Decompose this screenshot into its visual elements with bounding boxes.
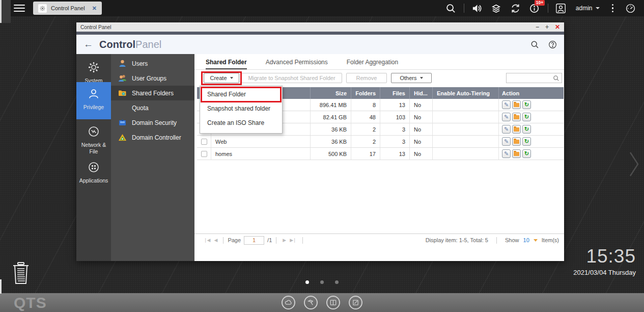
sidebar-item-quota[interactable]: Quota (111, 100, 194, 115)
table-search-input[interactable] (507, 74, 553, 82)
col-hidden[interactable]: Hid... (410, 87, 433, 99)
search-icon[interactable] (441, 3, 461, 14)
desktop: Control Panel ✕ 10+ (0, 0, 644, 312)
show-count-value[interactable]: 10 (523, 237, 529, 243)
col-folders[interactable]: Folders (351, 87, 380, 99)
sidebar-item-user-groups[interactable]: User Groups (111, 71, 194, 86)
sidebar-item-label: Domain Controller (132, 134, 181, 141)
row-checkbox[interactable] (201, 139, 207, 145)
col-size[interactable]: Size (311, 87, 351, 99)
menu-item-create-iso-share[interactable]: Create an ISO Share (200, 116, 282, 130)
manual-icon[interactable] (326, 296, 340, 309)
next-page-icon[interactable]: ▶ (283, 238, 286, 243)
topbar-divider (464, 4, 464, 13)
submenu: Users User Groups < Shared Folders Quota… (111, 54, 194, 261)
domain-controller-icon (118, 133, 127, 142)
prev-page-icon[interactable]: ◀ (214, 238, 217, 243)
tab-shared-folder[interactable]: Shared Folder (206, 59, 247, 69)
refresh-icon[interactable]: ↻ (522, 125, 531, 134)
back-button[interactable]: ← (83, 39, 93, 50)
volume-icon[interactable] (467, 3, 487, 14)
window-titlebar[interactable]: Control Panel − + ✕ (76, 22, 564, 32)
edit-permissions-icon[interactable] (512, 149, 521, 158)
main-menu-icon[interactable] (14, 3, 25, 14)
menu-item-shared-folder[interactable]: Shared Folder (200, 87, 282, 101)
edit-permissions-icon[interactable] (512, 113, 521, 121)
window-header: ← ControlPanel (76, 35, 564, 54)
control-panel-tab[interactable]: Control Panel ✕ (33, 2, 102, 15)
more-options-icon[interactable] (612, 4, 614, 13)
last-page-icon[interactable]: ▶❘ (290, 238, 296, 243)
edit-permissions-icon[interactable] (512, 137, 521, 146)
user-avatar-icon[interactable] (551, 3, 571, 14)
sidebar-item-users[interactable]: Users (111, 56, 194, 71)
chevron-down-icon[interactable] (534, 239, 538, 242)
others-button[interactable]: Others (391, 73, 432, 83)
page-dot[interactable] (335, 280, 339, 284)
myqnapcloud-icon[interactable] (282, 296, 295, 309)
category-network-file[interactable]: Network & File (76, 123, 111, 159)
minimize-icon[interactable]: − (536, 24, 539, 30)
table-row[interactable]: homes 500 KB 17 13 No ✎ ↻ (197, 148, 564, 160)
firmware-update-icon[interactable] (506, 3, 525, 14)
edit-properties-icon[interactable]: ✎ (502, 113, 511, 121)
remove-button[interactable]: Remove (346, 73, 387, 83)
refresh-icon[interactable]: ↻ (522, 137, 531, 146)
page-dot[interactable] (320, 280, 324, 284)
page-number-input[interactable] (244, 236, 264, 245)
close-icon[interactable]: ✕ (555, 24, 560, 30)
category-label: Network & File (78, 142, 109, 154)
category-label: Applications (76, 177, 111, 184)
table-row[interactable]: Web 36 KB 2 3 No ✎ ↻ (197, 136, 564, 148)
refresh-icon[interactable]: ↻ (522, 113, 531, 121)
migrate-button[interactable]: Migrate to Snapshot Shared Folder (241, 73, 342, 83)
refresh-icon[interactable]: ↻ (522, 149, 531, 158)
tab-advanced-permissions[interactable]: Advanced Permissions (266, 59, 328, 69)
first-page-icon[interactable]: ❘◀ (204, 238, 210, 243)
maximize-icon[interactable]: + (545, 24, 549, 30)
clock-date: 2021/03/04 Thursday (573, 269, 636, 276)
edit-properties-icon[interactable]: ✎ (502, 125, 511, 134)
tab-folder-aggregation[interactable]: Folder Aggregation (347, 59, 398, 69)
admin-menu[interactable]: admin (576, 5, 600, 12)
system-gear-icon (88, 61, 100, 73)
page-label: Page (228, 237, 241, 243)
next-desktop-chevron-icon[interactable] (629, 150, 640, 180)
desktop-page-indicator (0, 280, 644, 284)
edit-properties-icon[interactable]: ✎ (502, 149, 511, 158)
edit-permissions-icon[interactable] (512, 100, 521, 109)
users-icon (118, 59, 127, 68)
control-panel-window: Control Panel − + ✕ ← ControlPanel Syste… (76, 22, 564, 261)
category-privilege[interactable]: Privilege (76, 82, 111, 119)
edit-properties-icon[interactable]: ✎ (502, 100, 511, 109)
col-files[interactable]: Files (380, 87, 410, 99)
category-applications[interactable]: Applications (76, 159, 111, 188)
page-dot[interactable] (305, 280, 309, 284)
menu-item-snapshot-shared-folder[interactable]: Snapshot shared folder (200, 101, 282, 116)
tools-icon[interactable] (304, 296, 318, 309)
background-tasks-icon[interactable] (487, 3, 506, 14)
col-action[interactable]: Action (499, 87, 564, 99)
edit-permissions-icon[interactable] (512, 125, 521, 134)
sidebar-item-domain-security[interactable]: Domain Security (111, 115, 194, 130)
refresh-icon[interactable]: ↻ (522, 100, 531, 109)
dashboard-gauge-icon[interactable] (621, 3, 640, 14)
edit-properties-icon[interactable]: ✎ (502, 137, 511, 146)
sidebar-item-shared-folders[interactable]: < Shared Folders (111, 86, 194, 100)
show-label: Show (505, 237, 519, 243)
row-checkbox[interactable] (201, 151, 207, 157)
col-auto-tiering[interactable]: Enable Auto-Tiering (433, 87, 499, 99)
create-dropdown-menu: Shared Folder Snapshot shared folder Cre… (200, 86, 283, 134)
search-icon[interactable] (553, 75, 559, 82)
sidebar-item-domain-controller[interactable]: Domain Controller (111, 130, 194, 145)
window-search-icon[interactable] (530, 40, 539, 49)
page-title: ControlPanel (99, 39, 161, 50)
notes-icon[interactable] (349, 296, 362, 309)
admin-label: admin (576, 5, 593, 12)
tab-close-icon[interactable]: ✕ (92, 5, 97, 12)
create-button[interactable]: Create (204, 73, 239, 83)
notifications-icon[interactable]: 10+ (525, 3, 545, 14)
dock-icons (0, 296, 644, 309)
gear-icon (38, 4, 47, 13)
help-icon[interactable] (548, 40, 557, 49)
